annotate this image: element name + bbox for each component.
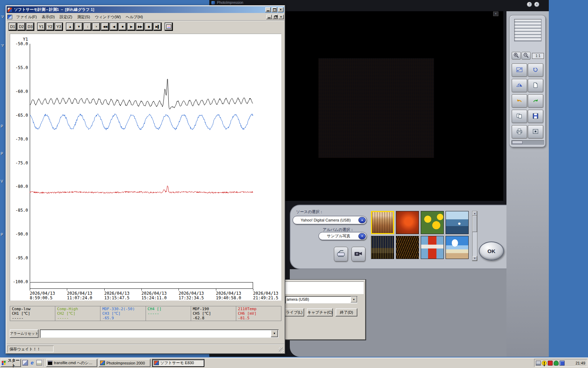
- menu-view[interactable]: 表示(D): [39, 13, 57, 21]
- dropdown-arrow-icon[interactable]: ▼: [351, 297, 357, 302]
- d3-button[interactable]: D3: [26, 22, 34, 31]
- rotate-button[interactable]: [528, 63, 543, 77]
- thumbnail-desert-spires[interactable]: [371, 211, 394, 234]
- network-icon[interactable]: [560, 361, 565, 366]
- scroll-thumb[interactable]: [472, 216, 477, 232]
- scroll-down-button[interactable]: ▼: [472, 256, 477, 261]
- zoom-out-button[interactable]: [522, 52, 531, 60]
- desktop-icon-label-fragment[interactable]: P: [1, 152, 3, 156]
- scanner-source-button[interactable]: [334, 247, 348, 261]
- photoimpression-title: PhotoImpression: [217, 1, 243, 5]
- child-restore-button[interactable]: [272, 15, 278, 19]
- task-transfile[interactable]: transfile.cmd へのショート...: [46, 359, 97, 367]
- desktop-icon-label-fragment[interactable]: P: [1, 233, 3, 237]
- menu-window[interactable]: ウィンドウ(W): [92, 13, 123, 21]
- skip-last-button[interactable]: ▶▌: [153, 22, 162, 31]
- alarm-combo[interactable]: ▼: [40, 329, 279, 338]
- thumbnail-cardinal-bird[interactable]: [396, 211, 419, 234]
- titlebar[interactable]: ソフトサーモ計測－計測1 － [折れ線グラフ 1] ×: [7, 6, 284, 13]
- camera-source-button[interactable]: [351, 247, 365, 261]
- thumbnail-scrollbar[interactable]: ▲ ▼: [472, 211, 477, 261]
- desktop-icon-label-fragment[interactable]: マ: [1, 43, 4, 48]
- y-axis-title: Y1: [11, 37, 28, 42]
- album-select-dropdown[interactable]: サンプル写真 ▼: [318, 232, 367, 240]
- warning-icon[interactable]: [542, 361, 547, 366]
- volume-icon[interactable]: [548, 361, 553, 366]
- child-close-button[interactable]: ×: [278, 15, 284, 19]
- task-photoimpression[interactable]: PhotoImpression 2000: [99, 359, 150, 367]
- thumbnail-beach-sky[interactable]: [446, 236, 469, 259]
- ok-button[interactable]: OK: [479, 241, 504, 260]
- child-window-icon[interactable]: [7, 15, 12, 19]
- expand-button[interactable]: ↕: [83, 22, 92, 31]
- chart-range-bar[interactable]: [30, 282, 253, 289]
- outlook-icon[interactable]: [36, 360, 42, 366]
- fit-to-window-button[interactable]: [512, 63, 527, 77]
- minimize-button[interactable]: [265, 7, 271, 12]
- task-softthermo[interactable]: ソフトサーモ E830: [152, 359, 204, 367]
- dropdown-arrow-icon[interactable]: ▼: [271, 330, 278, 337]
- alarm-reset-button[interactable]: アラームリセット: [10, 329, 38, 338]
- menu-file[interactable]: ファイル(F): [14, 13, 39, 21]
- skip-first-button[interactable]: ◀◀: [101, 22, 109, 31]
- scroll-up-button[interactable]: ▲: [472, 211, 477, 216]
- show-desktop-icon[interactable]: [22, 360, 28, 366]
- redo-button[interactable]: [528, 94, 543, 108]
- tool-panel-slider[interactable]: [511, 140, 544, 145]
- preview-close-button[interactable]: ×: [493, 12, 498, 16]
- mini-chart-icon: [166, 25, 171, 29]
- scale-up-button[interactable]: ▲: [66, 22, 74, 31]
- copy-button[interactable]: [512, 110, 527, 123]
- print-button[interactable]: [512, 125, 527, 138]
- live-button[interactable]: ライブ(L): [284, 308, 304, 316]
- graph-settings-button[interactable]: [164, 22, 173, 31]
- step-forward-button[interactable]: ▶: [127, 22, 135, 31]
- resize-grip[interactable]: [279, 348, 284, 352]
- y2-button[interactable]: Y2: [46, 22, 54, 31]
- exit-button[interactable]: 終了(D): [336, 308, 357, 316]
- fast-forward-button[interactable]: ▶▶: [136, 22, 144, 31]
- stop-button[interactable]: ■: [118, 22, 127, 31]
- zoom-in-button[interactable]: [512, 52, 521, 60]
- thumbnail-yellow-flowers[interactable]: [421, 211, 444, 234]
- internet-explorer-icon[interactable]: e: [29, 360, 35, 366]
- start-button[interactable]: スタート: [1, 359, 21, 367]
- close-button[interactable]: ×: [278, 7, 284, 12]
- menu-measure[interactable]: 測定(S): [75, 13, 92, 21]
- d2-button[interactable]: D2: [17, 22, 26, 31]
- y3-button[interactable]: Y3: [55, 22, 63, 31]
- series-line: [30, 186, 253, 193]
- device-select-combo[interactable]: amera (USB) ▼: [285, 296, 357, 304]
- d1-button[interactable]: D1: [8, 22, 17, 31]
- undo-button[interactable]: [512, 94, 527, 108]
- desktop-icon-label-fragment[interactable]: V: [1, 179, 3, 183]
- paste-page-button[interactable]: [528, 79, 543, 92]
- desktop-icon-label-fragment[interactable]: P: [1, 124, 3, 128]
- slider-thumb[interactable]: [512, 141, 523, 144]
- antivirus-icon[interactable]: [554, 361, 559, 366]
- scale-down-button[interactable]: ▼: [75, 22, 83, 31]
- photoimpression-close-button[interactable]: ×: [534, 2, 539, 7]
- menu-help[interactable]: ヘルプ(H): [123, 13, 145, 21]
- help-button[interactable]: ?: [527, 2, 532, 7]
- maximize-button[interactable]: [272, 7, 277, 12]
- child-minimize-button[interactable]: [266, 15, 272, 19]
- settings-button[interactable]: [528, 125, 543, 138]
- thumbnail-harbor-boats[interactable]: [446, 211, 469, 234]
- marker-button[interactable]: ◆: [145, 22, 153, 31]
- compress-button[interactable]: ×: [92, 22, 100, 31]
- dropdown-arrow-icon[interactable]: ▼: [358, 217, 366, 223]
- save-button[interactable]: [528, 110, 543, 123]
- y1-button[interactable]: Y1: [37, 22, 46, 31]
- thumbnail-lighthouse[interactable]: [421, 236, 444, 259]
- step-back-button[interactable]: ◀: [110, 22, 118, 31]
- device-status-icon[interactable]: [536, 361, 541, 366]
- capture-button[interactable]: キャプチャ(C): [307, 308, 333, 316]
- menu-settings[interactable]: 設定(Z): [57, 13, 75, 21]
- dropdown-arrow-icon[interactable]: ▼: [358, 233, 366, 239]
- desktop-icon-label-fragment[interactable]: マ: [1, 14, 4, 19]
- thumbnail-fiber-lights[interactable]: [396, 236, 419, 259]
- source-select-dropdown[interactable]: Yahoo! Digital Camera (USB) ▼: [293, 216, 367, 224]
- thumbnail-night-city[interactable]: [371, 236, 394, 259]
- flip-horizontal-button[interactable]: [512, 79, 527, 92]
